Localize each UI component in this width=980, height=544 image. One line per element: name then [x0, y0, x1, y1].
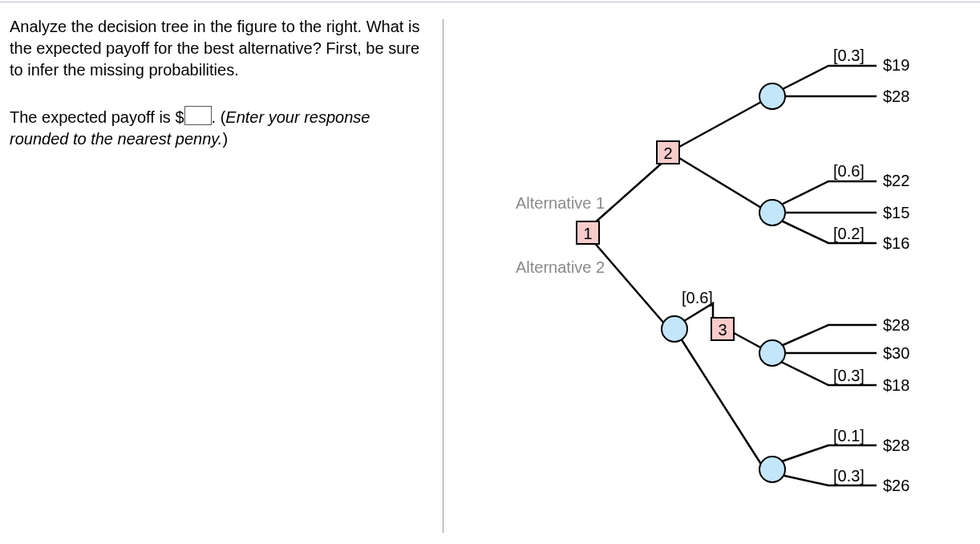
branch-alt2 — [593, 241, 665, 324]
payoff-c3a-3: $18 — [883, 376, 909, 394]
prob-c3a-3: [0.3] — [833, 367, 865, 384]
answer-input[interactable] — [184, 106, 212, 125]
decision-node-2-label: 2 — [663, 144, 672, 162]
payoff-c2a-1: $19 — [883, 56, 909, 74]
prob-cbot-2: [0.3] — [833, 467, 865, 485]
chance-node-cbot — [759, 457, 785, 482]
payoff-c3a-1: $28 — [883, 316, 909, 334]
question-panel: Analyze the decision tree in the figure … — [10, 16, 443, 544]
payoff-c2b-3: $16 — [883, 234, 909, 252]
payoff-c2b-2: $15 — [883, 204, 909, 221]
branch-alt2-upper — [684, 303, 713, 329]
decision-tree-figure: 1 2 3 Alternative 1 Alternative 2 [0.3] … — [443, 16, 973, 544]
branch-3-right — [734, 333, 762, 348]
chance-node-c2a — [759, 83, 785, 109]
payoff-cbot-1: $28 — [883, 436, 909, 454]
prob-cbot-1: [0.1] — [833, 427, 865, 445]
answer-line: The expected payoff is $. (Enter your re… — [10, 104, 427, 150]
chance-node-c3a — [759, 340, 785, 366]
prob-alt2-upper: [0.6] — [682, 289, 713, 307]
decision-node-3-label: 3 — [718, 321, 727, 339]
chance-node-c2b — [759, 200, 785, 225]
alt1-label: Alternative 1 — [516, 194, 605, 212]
horizontal-rule — [0, 2, 980, 2]
branch-c2b-1 — [780, 181, 877, 205]
alt2-label: Alternative 2 — [516, 258, 605, 276]
answer-lead: The expected payoff is $ — [10, 108, 184, 126]
question-prompt: Analyze the decision tree in the figure … — [10, 16, 427, 81]
payoff-c3a-2: $30 — [883, 344, 909, 362]
branch-2-upper — [679, 101, 763, 147]
branch-alt2-lower — [681, 339, 762, 465]
answer-tail: . ( — [212, 108, 226, 126]
branch-cbot-1 — [780, 445, 877, 462]
payoff-cbot-2: $26 — [883, 477, 909, 494]
payoff-c2a-2: $28 — [883, 87, 909, 105]
payoff-c2b-1: $22 — [883, 172, 909, 189]
page-container: Analyze the decision tree in the figure … — [0, 0, 980, 544]
branch-2-lower — [679, 158, 763, 209]
prob-c2b-1: [0.6] — [833, 162, 865, 180]
prob-c2a-1: [0.3] — [833, 47, 865, 64]
branch-c3a-1 — [781, 325, 877, 346]
chance-node-alt2 — [662, 316, 687, 342]
answer-close: ) — [222, 130, 228, 148]
tree-panel: 1 2 3 Alternative 1 Alternative 2 [0.3] … — [443, 16, 970, 544]
branch-c2a-1 — [780, 66, 877, 91]
decision-node-1-label: 1 — [583, 225, 592, 242]
branch-alt1 — [593, 160, 665, 225]
prob-c2b-3: [0.2] — [833, 225, 865, 242]
